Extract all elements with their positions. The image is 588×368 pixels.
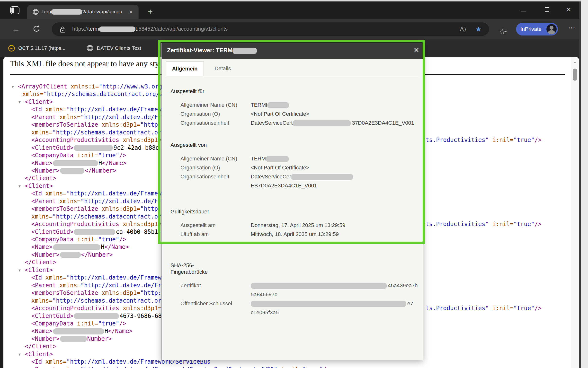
xml-line-tail: ts.Productivities" i:nil="true"/>	[426, 304, 541, 312]
xml-line-tail: ts.Productivities" i:nil="true"/>	[426, 136, 541, 144]
cert-section: Ausgestellt fürAllgemeiner Name (CN)TERM…	[170, 88, 423, 127]
cert-row-label: Organisation (O)	[180, 163, 251, 172]
reload-icon[interactable]	[33, 25, 40, 34]
xml-token: xmlns=	[56, 114, 81, 120]
oct-favicon	[8, 45, 15, 52]
favorites-hub-icon[interactable]: ☆≡	[499, 27, 505, 36]
browser-toolbar: ← https://termt:58452/datev/api/accounti…	[0, 19, 581, 39]
scrollbar-thumb[interactable]	[573, 69, 577, 81]
new-tab-button[interactable]: +	[148, 7, 153, 16]
xml-token	[489, 305, 492, 312]
favorite-star-icon[interactable]: ★	[476, 25, 482, 33]
xml-token: />	[534, 137, 541, 143]
cert-row-label: Allgemeiner Name (CN)	[180, 100, 251, 109]
xml-token: <Number>	[31, 251, 60, 258]
redaction-blob	[251, 301, 406, 307]
cert-row: Ausgestellt amDonnerstag, 17. April 2025…	[180, 221, 423, 230]
redaction-blob	[266, 156, 289, 162]
xml-token: <membersToSerialize	[31, 205, 98, 212]
xml-token: />	[534, 305, 541, 312]
cert-row-label: Organisationseinheit	[180, 172, 251, 181]
xml-token: <Client>	[25, 267, 53, 274]
xml-token: <Parent	[31, 282, 56, 289]
tab-close-icon[interactable]: ×	[129, 8, 132, 16]
xml-token: <Not Part Of Certificate>	[251, 111, 309, 117]
tab-details[interactable]: Details	[209, 62, 236, 76]
xml-token: xmlns:d3p1=	[98, 205, 140, 212]
collapse-triangle-icon[interactable]: ▼	[19, 351, 21, 358]
cert-section-title: Ausgestellt für	[170, 88, 423, 94]
url-bar[interactable]: https://termt:58452/datev/api/accounting…	[52, 22, 489, 36]
xml-token: xmlns=	[31, 297, 53, 304]
xml-token: <AccountingProductivities	[31, 305, 119, 312]
bookmark-oct[interactable]: OCT 5.11.17 (https...	[8, 39, 65, 57]
window-minimize-button[interactable]	[518, 7, 529, 11]
xml-token: xmlns=	[42, 358, 66, 365]
xml-token: </Client>	[25, 175, 56, 182]
url-text[interactable]: https://termt:58452/datev/api/accounting…	[72, 26, 228, 32]
xml-token: H	[104, 328, 108, 334]
redaction-blob	[233, 48, 257, 54]
xml-token: </Number>	[85, 167, 116, 174]
collapse-triangle-icon[interactable]: ▼	[12, 83, 14, 91]
redaction-blob	[291, 174, 353, 180]
cert-section: SHA-256-FingerabdrückeZertifikat45a439ea…	[170, 262, 423, 317]
cert-row: Allgemeiner Name (CN)TERMI	[180, 100, 423, 109]
settings-menu-icon[interactable]: ⋯	[568, 23, 575, 32]
collapse-triangle-icon[interactable]: ▼	[19, 183, 21, 190]
cert-row-value: TERM	[251, 154, 419, 163]
cert-section: Ausgestellt vonAllgemeiner Name (CN)TERM…	[170, 142, 423, 190]
xml-token: </Client>	[25, 343, 56, 350]
xml-token: <Number>	[31, 167, 60, 174]
vertical-scrollbar[interactable]: ▲	[571, 57, 579, 368]
xml-token: "true"	[98, 236, 119, 243]
xml-token: 37D0A2E3DA4C1E_V001	[352, 120, 414, 126]
collapse-triangle-icon[interactable]: ▼	[19, 98, 21, 106]
xml-token: i:nil=	[74, 152, 98, 159]
tab-allgemein[interactable]: Allgemein	[166, 62, 204, 76]
xml-token: "true"	[513, 137, 534, 143]
active-tab[interactable]: tern2/datev/api/accou ×	[27, 5, 139, 19]
redaction-blob	[99, 27, 135, 32]
collapse-triangle-icon[interactable]: ▼	[19, 267, 21, 274]
xml-line-tail: ts.Productivities" i:nil="true"/>	[426, 221, 541, 228]
dialog-tab-strip: Allgemein Details	[162, 62, 423, 76]
bookmark-datev-clients-test[interactable]: DATEV Clients Test	[87, 39, 141, 57]
cert-section: GültigkeitsdauerAusgestellt amDonnerstag…	[170, 209, 423, 239]
cert-row-value: 45a439ea7b5a846697c	[251, 281, 419, 299]
cert-row-label: Läuft ab am	[180, 230, 251, 239]
cert-row-value-line2: c1e095f3a5	[251, 309, 279, 315]
window-maximize-button[interactable]	[541, 6, 552, 12]
cert-row-label: Allgemeiner Name (CN)	[180, 154, 251, 163]
xml-token: i:nil=	[74, 236, 98, 243]
xml-token: i:nil=	[281, 366, 302, 368]
xml-token: DatevServiceCer	[251, 174, 291, 180]
xml-token: </Name>	[108, 328, 132, 334]
xml-token: xmlns:i=	[67, 83, 99, 90]
xml-token: xmlns:d3p1=	[98, 289, 140, 296]
window-close-button[interactable]: ×	[563, 5, 574, 14]
xml-token: H	[101, 244, 104, 250]
profile-avatar	[546, 24, 557, 34]
xml-token: xmlns=	[22, 91, 44, 97]
redaction-blob	[267, 102, 289, 108]
back-icon[interactable]: ←	[12, 24, 20, 34]
xml-token: "true"	[302, 366, 323, 368]
xml-token: i:nil=	[492, 137, 513, 143]
redaction-blob	[53, 244, 100, 250]
xml-token: e7	[407, 300, 413, 306]
xml-token: "true"	[513, 305, 534, 312]
read-aloud-icon[interactable]: A⟩	[460, 26, 466, 33]
xml-token: xmlns:d3p1=	[119, 137, 161, 143]
xml-token: "http://xml.datev.de/Framework/ServiceBu…	[81, 366, 277, 368]
xml-token: <Client>	[25, 98, 53, 105]
xml-token: xmlns=	[56, 198, 81, 205]
tab-layout-icon[interactable]	[10, 6, 19, 14]
xml-token: <Parent	[31, 114, 56, 120]
lock-icon[interactable]	[60, 26, 66, 34]
scroll-up-icon[interactable]: ▲	[571, 60, 579, 64]
xml-token: xmlns=	[56, 366, 81, 368]
redaction-blob	[74, 229, 115, 235]
dialog-close-icon[interactable]: ×	[414, 45, 419, 55]
inprivate-badge[interactable]: InPrivate	[516, 23, 558, 36]
